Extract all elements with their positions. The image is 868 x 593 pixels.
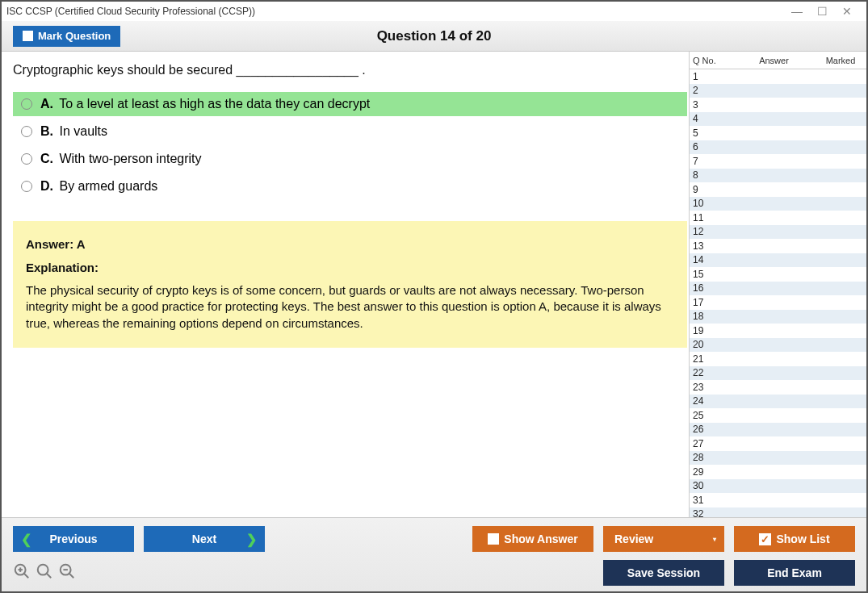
row-number: 16 (690, 282, 714, 294)
show-list-button[interactable]: ✓ Show List (734, 526, 855, 552)
radio-icon (21, 98, 32, 110)
row-number: 1 (690, 71, 714, 82)
question-row[interactable]: 4 (690, 112, 866, 127)
question-list-sidebar: Q No. Answer Marked 12345678910111213141… (689, 52, 866, 517)
question-row[interactable]: 22 (690, 366, 866, 381)
col-marked-header: Marked (818, 56, 863, 65)
option-text: In vaults (59, 124, 107, 138)
question-row[interactable]: 20 (690, 338, 866, 353)
mark-question-button[interactable]: Mark Question (13, 26, 120, 47)
app-window: ISC CCSP (Certified Cloud Security Profe… (0, 0, 868, 593)
row-number: 23 (690, 382, 714, 393)
close-icon[interactable]: ✕ (842, 5, 852, 18)
chevron-right-icon: ❯ (246, 532, 257, 547)
question-row[interactable]: 17 (690, 295, 866, 310)
show-list-label: Show List (776, 532, 829, 545)
title-bar: ISC CCSP (Certified Cloud Security Profe… (2, 2, 866, 21)
option-A[interactable]: A. To a level at least as high as the da… (13, 92, 687, 116)
save-session-button[interactable]: Save Session (603, 560, 724, 586)
end-exam-label: End Exam (767, 566, 822, 579)
row-number: 21 (690, 353, 714, 365)
question-row[interactable]: 8 (690, 169, 866, 183)
row-number: 14 (690, 254, 714, 265)
question-row[interactable]: 19 (690, 324, 866, 338)
radio-icon (21, 181, 32, 192)
question-row[interactable]: 32 (690, 507, 866, 518)
question-row[interactable]: 12 (690, 225, 866, 240)
option-letter: B. (40, 124, 53, 138)
question-row[interactable]: 31 (690, 493, 866, 507)
option-letter: A. (40, 97, 53, 111)
chevron-left-icon: ❮ (21, 532, 31, 547)
sidebar-header: Q No. Answer Marked (690, 52, 866, 69)
answer-explanation-box: Answer: A Explanation: The physical secu… (13, 221, 687, 348)
question-row[interactable]: 18 (690, 310, 866, 324)
question-row[interactable]: 9 (690, 182, 866, 197)
explanation-label: Explanation: (26, 261, 674, 274)
question-row[interactable]: 24 (690, 395, 866, 409)
window-title: ISC CCSP (Certified Cloud Security Profe… (6, 6, 791, 17)
row-number: 30 (690, 480, 714, 491)
question-row[interactable]: 5 (690, 126, 866, 140)
question-row[interactable]: 13 (690, 239, 866, 253)
next-button[interactable]: Next ❯ (144, 526, 265, 552)
question-row[interactable]: 23 (690, 380, 866, 395)
question-row[interactable]: 16 (690, 282, 866, 296)
mark-question-label: Mark Question (38, 30, 111, 42)
question-row[interactable]: 29 (690, 465, 866, 479)
question-row[interactable]: 26 (690, 423, 866, 437)
question-row[interactable]: 10 (690, 197, 866, 211)
footer-row-1: ❮ Previous Next ❯ Show Answer Review ✓ S… (13, 526, 855, 552)
col-answer-header: Answer (730, 56, 818, 65)
question-row[interactable]: 25 (690, 408, 866, 423)
row-number: 5 (690, 127, 714, 139)
question-row[interactable]: 6 (690, 140, 866, 155)
zoom-out-icon[interactable] (58, 562, 76, 583)
option-C[interactable]: C. With two-person integrity (13, 147, 687, 171)
option-B[interactable]: B. In vaults (13, 119, 687, 144)
question-row[interactable]: 3 (690, 98, 866, 112)
question-row[interactable]: 1 (690, 69, 866, 84)
option-letter: D. (40, 179, 53, 193)
question-row[interactable]: 2 (690, 84, 866, 98)
row-number: 22 (690, 367, 714, 378)
question-row[interactable]: 15 (690, 267, 866, 282)
maximize-icon[interactable]: ☐ (817, 5, 828, 18)
window-controls: — ☐ ✕ (791, 5, 862, 18)
row-number: 9 (690, 184, 714, 195)
row-number: 6 (690, 141, 714, 152)
row-number: 2 (690, 85, 714, 96)
minimize-icon[interactable]: — (791, 5, 803, 18)
svg-line-5 (47, 574, 52, 578)
question-row[interactable]: 30 (690, 479, 866, 494)
col-qno-header: Q No. (693, 56, 730, 65)
checked-icon: ✓ (759, 533, 771, 545)
option-text: By armed guards (59, 179, 157, 193)
row-number: 24 (690, 395, 714, 407)
zoom-controls (13, 562, 76, 583)
row-number: 28 (690, 452, 714, 463)
question-row[interactable]: 28 (690, 451, 866, 466)
row-number: 12 (690, 226, 714, 237)
review-button[interactable]: Review (603, 526, 724, 552)
question-prompt: Cryptographic keys should be secured ___… (13, 63, 689, 77)
row-number: 26 (690, 424, 714, 435)
zoom-in-icon[interactable] (36, 562, 53, 583)
answer-label: Answer: A (26, 237, 674, 251)
zoom-reset-icon[interactable] (13, 562, 31, 583)
row-number: 29 (690, 466, 714, 478)
question-row[interactable]: 7 (690, 154, 866, 169)
radio-icon (21, 126, 32, 137)
sidebar-rows-scroll[interactable]: 1234567891011121314151617181920212223242… (690, 69, 866, 517)
show-answer-button[interactable]: Show Answer (472, 526, 593, 552)
question-row[interactable]: 27 (690, 436, 866, 451)
row-number: 17 (690, 297, 714, 308)
previous-button[interactable]: ❮ Previous (13, 526, 134, 552)
end-exam-button[interactable]: End Exam (734, 560, 855, 586)
checkbox-icon (488, 533, 499, 545)
save-session-label: Save Session (627, 566, 700, 579)
question-row[interactable]: 21 (690, 352, 866, 366)
question-row[interactable]: 11 (690, 211, 866, 225)
question-row[interactable]: 14 (690, 253, 866, 268)
option-D[interactable]: D. By armed guards (13, 174, 687, 198)
